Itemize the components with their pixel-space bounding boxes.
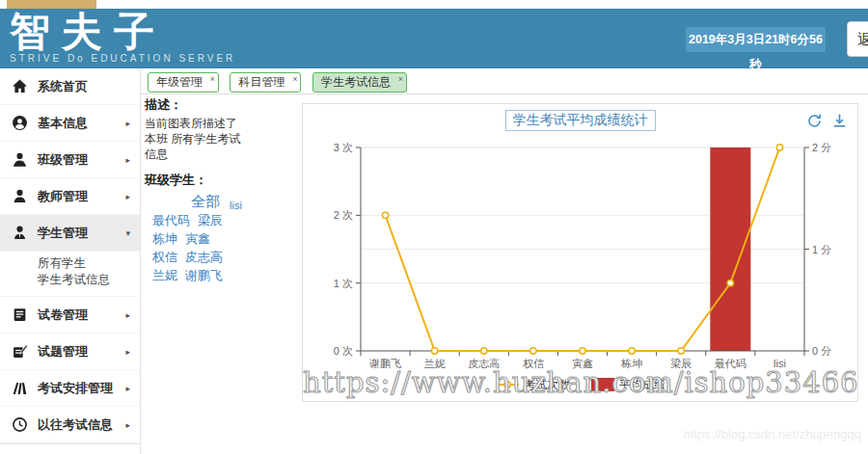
x-tick-label: 兰妮 <box>424 358 446 369</box>
logo: 智夫子 STRIVE Do EDUCATION SERVER <box>10 9 235 64</box>
user-circle-icon <box>12 115 28 131</box>
chevron-right-icon: ▸ <box>125 119 130 128</box>
chevron-down-icon: ▾ <box>125 228 130 238</box>
sidebar-item-student-mgmt[interactable]: 学生管理 ▾ <box>0 215 140 252</box>
y-right-tick-label: 2 分 <box>812 142 831 153</box>
student-link[interactable]: 兰妮 <box>152 268 177 282</box>
tab-label: 年级管理 <box>156 75 203 89</box>
close-icon[interactable]: × <box>210 70 215 89</box>
x-tick-label: 最代码 <box>715 358 746 369</box>
sidebar-item-paper-mgmt[interactable]: 试卷管理 ▸ <box>0 297 140 334</box>
tab-label: 学生考试信息 <box>321 75 391 89</box>
student-link[interactable]: 最代码 <box>152 213 190 227</box>
chart-title: 学生考试平均成绩统计 <box>505 110 656 131</box>
submenu-item-exam-info[interactable]: 学生考试信息 <box>0 272 140 288</box>
student-link[interactable]: 梁辰 <box>198 213 223 227</box>
history-clock-icon <box>12 416 28 433</box>
y-left-tick-label: 2 次 <box>334 209 353 221</box>
tab-subject-mgmt[interactable]: 科目管理 × <box>230 72 301 93</box>
line-point <box>727 280 733 285</box>
top-strip <box>7 0 96 9</box>
line-point <box>678 348 684 354</box>
chevron-right-icon: ▸ <box>125 192 130 201</box>
close-icon[interactable]: × <box>398 70 403 89</box>
line-point <box>530 348 536 354</box>
student-link[interactable]: lisi <box>230 200 242 211</box>
schedule-icon <box>12 380 28 396</box>
paper-icon <box>12 307 28 323</box>
x-tick-label: 权信 <box>523 358 544 369</box>
sidebar-item-exam-schedule-mgmt[interactable]: 考试安排管理 ▸ <box>0 370 140 407</box>
sidebar-item-label: 学生管理 <box>38 225 125 242</box>
tab-student-exam-info[interactable]: 学生考试信息 × <box>312 72 407 93</box>
chevron-right-icon: ▸ <box>125 384 130 393</box>
legend-label: 平均成绩 <box>619 378 665 391</box>
close-icon[interactable]: × <box>292 70 297 89</box>
x-tick-label: 谢鹏飞 <box>369 358 401 369</box>
line-point <box>431 348 437 354</box>
y-left-tick-label: 1 次 <box>334 278 353 289</box>
y-right-tick-label: 0 分 <box>812 345 831 357</box>
logo-tagline: STRIVE Do EDUCATION SERVER <box>10 53 235 64</box>
sidebar-item-question-mgmt[interactable]: 试题管理 ▸ <box>0 334 140 370</box>
question-icon <box>12 343 28 360</box>
chevron-right-icon: ▸ <box>125 420 130 430</box>
sidebar-item-label: 试卷管理 <box>38 307 125 324</box>
legend-bar-marker <box>591 378 614 391</box>
legend-label: 考试次数 <box>524 378 570 391</box>
chart-card: 学生考试平均成绩统计 0 次1 次2 次3 次0 分1 分2 分谢鹏飞兰妮皮志高… <box>302 103 858 402</box>
description-title: 描述： <box>145 96 299 114</box>
sidebar-item-past-exam-info[interactable]: 以往考试信息 ▸ <box>0 407 140 443</box>
sidebar-item-home[interactable]: 系统首页 <box>0 68 140 105</box>
logo-text: 智夫子 <box>10 9 235 55</box>
sidebar-item-basic-info[interactable]: 基本信息 ▸ <box>0 105 140 142</box>
student-link[interactable]: 权信 <box>152 250 177 264</box>
x-tick-label: lisi <box>773 358 786 369</box>
home-icon <box>12 78 28 94</box>
sidebar-item-label: 班级管理 <box>38 151 125 169</box>
student-link[interactable]: 寅鑫 <box>185 231 210 246</box>
y-right-tick-label: 1 分 <box>812 244 831 255</box>
sidebar-item-label: 基本信息 <box>38 115 125 132</box>
legend-line-marker <box>504 382 510 387</box>
tab-grade-mgmt[interactable]: 年级管理 × <box>148 72 219 93</box>
student-icon <box>12 225 28 241</box>
line-point <box>481 348 487 354</box>
x-tick-label: 皮志高 <box>468 358 500 369</box>
student-link-all[interactable]: 全部 <box>191 193 220 209</box>
sidebar-item-label: 教师管理 <box>38 188 125 205</box>
datetime-display: 2019年3月3日21时6分56秒 <box>686 27 826 52</box>
tab-bar: 年级管理 × 科目管理 × 学生考试信息 × <box>141 71 868 94</box>
x-tick-label: 梁辰 <box>670 358 692 369</box>
class-students-title: 班级学生： <box>145 172 299 189</box>
submenu-item-all-students[interactable]: 所有学生 <box>0 255 140 272</box>
line-point <box>776 145 782 150</box>
student-link[interactable]: 栋坤 <box>152 231 177 246</box>
student-link[interactable]: 谢鹏飞 <box>185 268 223 282</box>
back-button[interactable]: 返回 <box>847 21 868 57</box>
tab-label: 科目管理 <box>238 75 285 89</box>
download-icon[interactable] <box>831 113 848 129</box>
bar-最代码 <box>710 147 750 351</box>
student-link[interactable]: 皮志高 <box>185 250 223 264</box>
y-left-tick-label: 0 次 <box>334 345 353 357</box>
sidebar-item-label: 考试安排管理 <box>38 380 125 397</box>
sidebar-item-class-mgmt[interactable]: 班级管理 ▸ <box>0 142 140 178</box>
sidebar-item-label: 系统首页 <box>38 78 130 95</box>
line-point <box>382 212 388 218</box>
x-tick-label: 栋坤 <box>620 358 642 369</box>
sidebar-item-teacher-mgmt[interactable]: 教师管理 ▸ <box>0 178 140 215</box>
x-tick-label: 寅鑫 <box>572 358 593 369</box>
exam-stats-chart: 0 次1 次2 次3 次0 分1 分2 分谢鹏飞兰妮皮志高权信寅鑫栋坤梁辰最代码… <box>303 104 859 403</box>
chevron-right-icon: ▸ <box>125 310 130 320</box>
description-panel: 描述： 当前图表所描述了 本班 所有学生考试 信息 班级学生： 全部lisi 最… <box>145 96 299 284</box>
watermark-csdn: https://blog.csdn.net/zhupengqq <box>684 427 861 441</box>
sidebar-divider <box>0 443 140 444</box>
sidebar-item-label: 试题管理 <box>38 343 125 361</box>
refresh-icon[interactable] <box>806 113 823 129</box>
line-point <box>629 348 635 354</box>
description-body: 当前图表所描述了 本班 所有学生考试 信息 <box>145 116 265 162</box>
chevron-right-icon: ▸ <box>125 155 130 165</box>
class-icon <box>12 151 28 168</box>
teacher-icon <box>12 188 28 204</box>
